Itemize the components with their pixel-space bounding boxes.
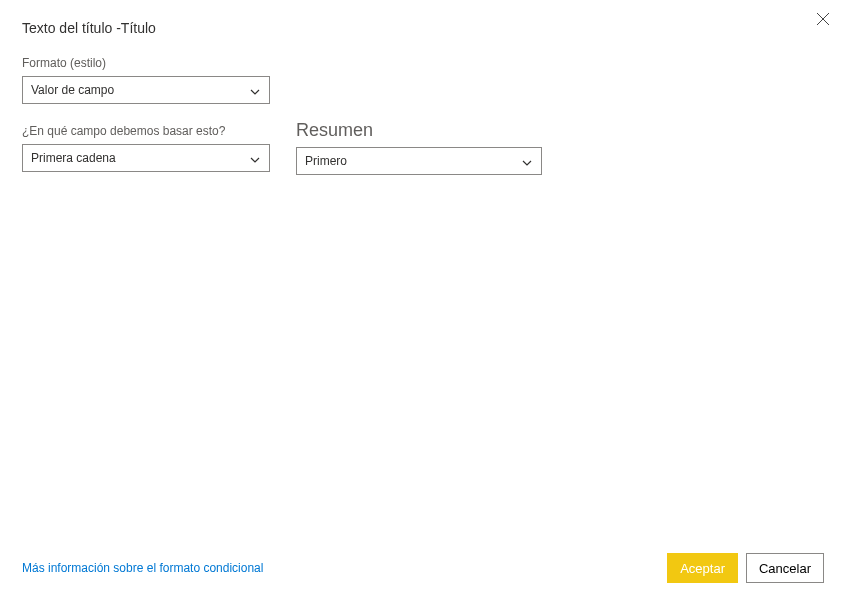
format-dropdown[interactable]: Valor de campo: [22, 76, 270, 104]
cancel-button[interactable]: Cancelar: [746, 553, 824, 583]
summary-dropdown[interactable]: Primero: [296, 147, 542, 175]
summary-dropdown-value: Primero: [305, 154, 347, 168]
accept-button[interactable]: Aceptar: [667, 553, 738, 583]
chevron-down-icon: [249, 84, 261, 96]
close-icon[interactable]: [816, 12, 830, 26]
chevron-down-icon: [249, 152, 261, 164]
dialog-title: Texto del título -Título: [22, 20, 824, 36]
field-dropdown[interactable]: Primera cadena: [22, 144, 270, 172]
chevron-down-icon: [521, 155, 533, 167]
summary-heading: Resumen: [296, 120, 542, 141]
info-link[interactable]: Más información sobre el formato condici…: [22, 561, 263, 575]
format-label: Formato (estilo): [22, 56, 270, 70]
field-dropdown-value: Primera cadena: [31, 151, 116, 165]
format-dropdown-value: Valor de campo: [31, 83, 114, 97]
field-label: ¿En qué campo debemos basar esto?: [22, 124, 270, 138]
